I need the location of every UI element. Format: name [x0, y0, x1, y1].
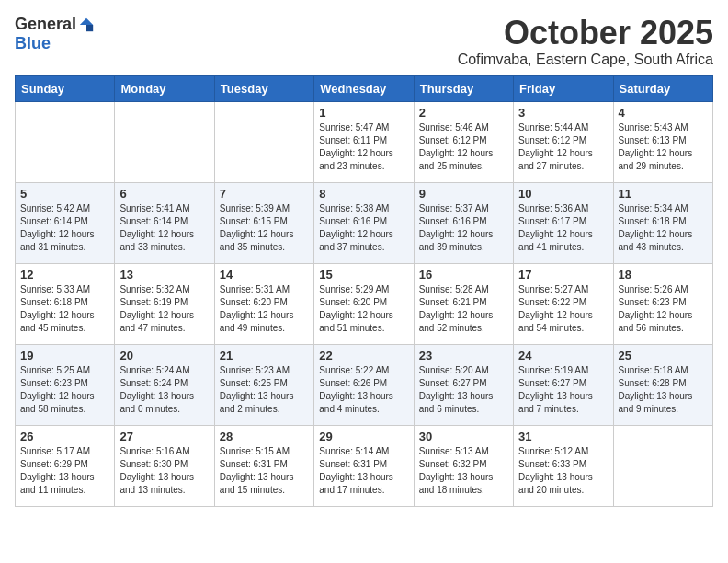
day-info: Sunrise: 5:33 AM Sunset: 6:18 PM Dayligh… — [20, 283, 109, 335]
col-saturday: Saturday — [613, 75, 712, 101]
table-row: 30Sunrise: 5:13 AM Sunset: 6:32 PM Dayli… — [414, 425, 513, 506]
table-row: 29Sunrise: 5:14 AM Sunset: 6:31 PM Dayli… — [314, 425, 414, 506]
day-number: 14 — [220, 268, 309, 282]
day-info: Sunrise: 5:12 AM Sunset: 6:33 PM Dayligh… — [518, 445, 608, 497]
table-row: 3Sunrise: 5:44 AM Sunset: 6:12 PM Daylig… — [514, 101, 613, 182]
table-row: 19Sunrise: 5:25 AM Sunset: 6:23 PM Dayli… — [16, 344, 115, 425]
day-info: Sunrise: 5:27 AM Sunset: 6:22 PM Dayligh… — [518, 283, 608, 335]
calendar-week-row: 26Sunrise: 5:17 AM Sunset: 6:29 PM Dayli… — [16, 425, 713, 506]
day-info: Sunrise: 5:24 AM Sunset: 6:24 PM Dayligh… — [119, 364, 209, 416]
month-title: October 2025 — [458, 15, 713, 52]
day-info: Sunrise: 5:46 AM Sunset: 6:12 PM Dayligh… — [419, 121, 508, 173]
table-row: 27Sunrise: 5:16 AM Sunset: 6:30 PM Dayli… — [115, 425, 214, 506]
day-number: 8 — [319, 187, 408, 201]
svg-marker-0 — [80, 17, 93, 24]
day-number: 18 — [619, 268, 708, 282]
calendar-week-row: 5Sunrise: 5:42 AM Sunset: 6:14 PM Daylig… — [16, 182, 713, 263]
table-row: 6Sunrise: 5:41 AM Sunset: 6:14 PM Daylig… — [115, 182, 214, 263]
table-row: 10Sunrise: 5:36 AM Sunset: 6:17 PM Dayli… — [514, 182, 613, 263]
day-info: Sunrise: 5:31 AM Sunset: 6:20 PM Dayligh… — [220, 283, 309, 335]
table-row: 25Sunrise: 5:18 AM Sunset: 6:28 PM Dayli… — [613, 344, 712, 425]
day-number: 1 — [319, 106, 408, 120]
day-info: Sunrise: 5:39 AM Sunset: 6:15 PM Dayligh… — [220, 202, 309, 254]
table-row: 15Sunrise: 5:29 AM Sunset: 6:20 PM Dayli… — [314, 263, 414, 344]
col-thursday: Thursday — [414, 75, 513, 101]
logo-blue: Blue — [15, 34, 51, 53]
table-row: 2Sunrise: 5:46 AM Sunset: 6:12 PM Daylig… — [414, 101, 513, 182]
day-number: 10 — [518, 187, 608, 201]
table-row — [214, 101, 313, 182]
table-row: 24Sunrise: 5:19 AM Sunset: 6:27 PM Dayli… — [514, 344, 613, 425]
calendar: Sunday Monday Tuesday Wednesday Thursday… — [15, 75, 713, 507]
day-info: Sunrise: 5:26 AM Sunset: 6:23 PM Dayligh… — [619, 283, 708, 335]
day-number: 28 — [220, 430, 309, 443]
table-row: 16Sunrise: 5:28 AM Sunset: 6:21 PM Dayli… — [414, 263, 513, 344]
calendar-week-row: 19Sunrise: 5:25 AM Sunset: 6:23 PM Dayli… — [16, 344, 713, 425]
logo: General Blue — [15, 15, 95, 53]
day-number: 15 — [319, 268, 408, 282]
day-info: Sunrise: 5:44 AM Sunset: 6:12 PM Dayligh… — [518, 121, 608, 173]
table-row: 9Sunrise: 5:37 AM Sunset: 6:16 PM Daylig… — [414, 182, 513, 263]
day-number: 16 — [419, 268, 508, 282]
title-section: October 2025 Cofimvaba, Eastern Cape, So… — [458, 15, 713, 68]
day-info: Sunrise: 5:38 AM Sunset: 6:16 PM Dayligh… — [319, 202, 408, 254]
location: Cofimvaba, Eastern Cape, South Africa — [458, 52, 713, 68]
day-number: 22 — [319, 349, 408, 362]
table-row: 23Sunrise: 5:20 AM Sunset: 6:27 PM Dayli… — [414, 344, 513, 425]
col-tuesday: Tuesday — [214, 75, 313, 101]
calendar-week-row: 12Sunrise: 5:33 AM Sunset: 6:18 PM Dayli… — [16, 263, 713, 344]
day-number: 26 — [20, 430, 109, 443]
table-row: 5Sunrise: 5:42 AM Sunset: 6:14 PM Daylig… — [16, 182, 115, 263]
day-number: 31 — [518, 430, 608, 443]
day-number: 29 — [319, 430, 408, 443]
day-number: 17 — [518, 268, 608, 282]
col-wednesday: Wednesday — [314, 75, 414, 101]
day-info: Sunrise: 5:32 AM Sunset: 6:19 PM Dayligh… — [119, 283, 209, 335]
day-info: Sunrise: 5:37 AM Sunset: 6:16 PM Dayligh… — [419, 202, 508, 254]
calendar-week-row: 1Sunrise: 5:47 AM Sunset: 6:11 PM Daylig… — [16, 101, 713, 182]
day-number: 3 — [518, 106, 608, 120]
day-info: Sunrise: 5:25 AM Sunset: 6:23 PM Dayligh… — [20, 364, 109, 416]
day-number: 25 — [619, 349, 708, 362]
day-info: Sunrise: 5:22 AM Sunset: 6:26 PM Dayligh… — [319, 364, 408, 416]
table-row: 28Sunrise: 5:15 AM Sunset: 6:31 PM Dayli… — [214, 425, 313, 506]
day-number: 19 — [20, 349, 109, 362]
day-info: Sunrise: 5:15 AM Sunset: 6:31 PM Dayligh… — [220, 445, 309, 497]
day-info: Sunrise: 5:14 AM Sunset: 6:31 PM Dayligh… — [319, 445, 408, 497]
table-row: 18Sunrise: 5:26 AM Sunset: 6:23 PM Dayli… — [613, 263, 712, 344]
table-row: 20Sunrise: 5:24 AM Sunset: 6:24 PM Dayli… — [115, 344, 214, 425]
table-row — [115, 101, 214, 182]
table-row: 21Sunrise: 5:23 AM Sunset: 6:25 PM Dayli… — [214, 344, 313, 425]
day-info: Sunrise: 5:36 AM Sunset: 6:17 PM Dayligh… — [518, 202, 608, 254]
day-info: Sunrise: 5:41 AM Sunset: 6:14 PM Dayligh… — [119, 202, 209, 254]
table-row — [16, 101, 115, 182]
day-info: Sunrise: 5:47 AM Sunset: 6:11 PM Dayligh… — [319, 121, 408, 173]
day-number: 27 — [119, 430, 209, 443]
svg-marker-1 — [86, 25, 93, 31]
day-info: Sunrise: 5:23 AM Sunset: 6:25 PM Dayligh… — [220, 364, 309, 416]
col-friday: Friday — [514, 75, 613, 101]
day-number: 30 — [419, 430, 508, 443]
col-sunday: Sunday — [16, 75, 115, 101]
table-row: 14Sunrise: 5:31 AM Sunset: 6:20 PM Dayli… — [214, 263, 313, 344]
table-row: 13Sunrise: 5:32 AM Sunset: 6:19 PM Dayli… — [115, 263, 214, 344]
day-number: 11 — [619, 187, 708, 201]
table-row: 26Sunrise: 5:17 AM Sunset: 6:29 PM Dayli… — [16, 425, 115, 506]
table-row: 22Sunrise: 5:22 AM Sunset: 6:26 PM Dayli… — [314, 344, 414, 425]
day-info: Sunrise: 5:42 AM Sunset: 6:14 PM Dayligh… — [20, 202, 109, 254]
day-number: 24 — [518, 349, 608, 362]
day-info: Sunrise: 5:18 AM Sunset: 6:28 PM Dayligh… — [619, 364, 708, 416]
col-monday: Monday — [115, 75, 214, 101]
day-number: 7 — [220, 187, 309, 201]
day-info: Sunrise: 5:19 AM Sunset: 6:27 PM Dayligh… — [518, 364, 608, 416]
table-row: 17Sunrise: 5:27 AM Sunset: 6:22 PM Dayli… — [514, 263, 613, 344]
day-info: Sunrise: 5:29 AM Sunset: 6:20 PM Dayligh… — [319, 283, 408, 335]
table-row: 11Sunrise: 5:34 AM Sunset: 6:18 PM Dayli… — [613, 182, 712, 263]
logo-icon — [78, 17, 95, 33]
table-row: 1Sunrise: 5:47 AM Sunset: 6:11 PM Daylig… — [314, 101, 414, 182]
calendar-header-row: Sunday Monday Tuesday Wednesday Thursday… — [16, 75, 713, 101]
table-row: 31Sunrise: 5:12 AM Sunset: 6:33 PM Dayli… — [514, 425, 613, 506]
day-info: Sunrise: 5:43 AM Sunset: 6:13 PM Dayligh… — [619, 121, 708, 173]
page-header: General Blue October 2025 Cofimvaba, Eas… — [15, 15, 713, 68]
day-number: 12 — [20, 268, 109, 282]
